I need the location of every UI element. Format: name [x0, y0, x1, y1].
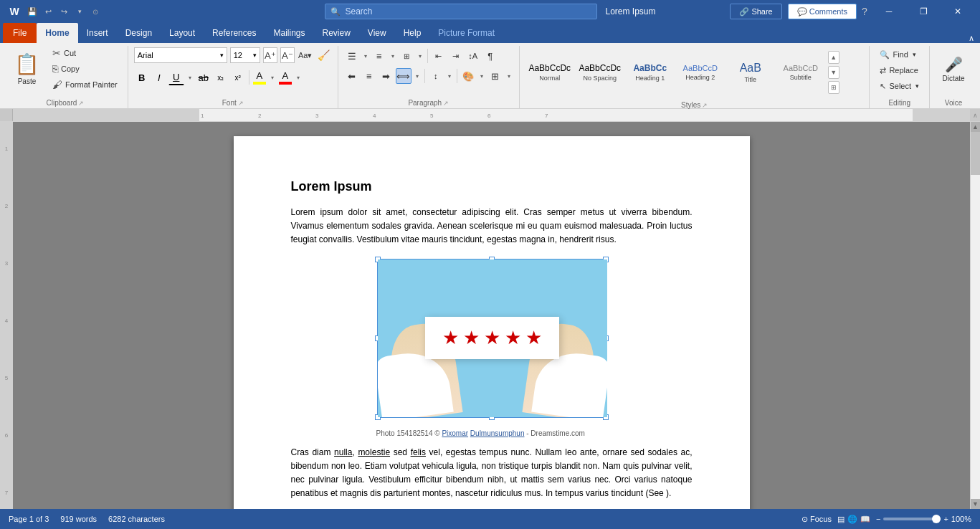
style-heading1[interactable]: AaBbCc Heading 1 — [626, 51, 675, 94]
read-mode-icon[interactable]: 📖 — [860, 515, 870, 524]
paste-button[interactable]: 📋 Paste — [9, 47, 45, 90]
underline-dropdown[interactable]: ▾ — [186, 69, 194, 86]
font-case-button[interactable]: Aa▾ — [298, 47, 313, 63]
restore-button[interactable]: ❐ — [907, 0, 940, 23]
font-expand-icon[interactable]: ↗ — [238, 100, 244, 107]
align-dropdown[interactable]: ▾ — [413, 67, 422, 85]
help-icon[interactable]: ? — [858, 5, 871, 18]
vertical-scrollbar[interactable]: ▲ ▼ — [970, 122, 980, 509]
ruler-collapse-button[interactable]: ∧ — [970, 109, 980, 121]
decrease-indent-button[interactable]: ⇤ — [431, 48, 447, 64]
decrease-font-button[interactable]: A⁻ — [280, 47, 295, 63]
dictate-button[interactable]: 🎤 Dictate — [936, 47, 971, 90]
zoom-slider[interactable] — [883, 518, 941, 520]
tab-help[interactable]: Help — [395, 23, 430, 43]
numbering-button[interactable]: ≡ — [371, 48, 387, 64]
tab-references[interactable]: References — [204, 23, 265, 43]
caption-link-1[interactable]: Pixomar — [442, 429, 468, 437]
undo-icon[interactable]: ↩ — [42, 5, 54, 18]
show-formatting-button[interactable]: ¶ — [482, 48, 498, 64]
customize-icon[interactable]: ▾ — [73, 5, 86, 18]
redo-icon[interactable]: ↪ — [57, 5, 70, 18]
scroll-thumb[interactable] — [971, 132, 980, 175]
multilevel-dropdown[interactable]: ▾ — [416, 47, 424, 65]
align-left-button[interactable]: ⬅ — [344, 68, 360, 84]
align-right-button[interactable]: ➡ — [379, 68, 394, 84]
document-area[interactable]: Lorem Ipsum Lorem ipsum dolor sit amet, … — [13, 122, 970, 509]
bullets-dropdown[interactable]: ▾ — [361, 47, 370, 65]
minimize-button[interactable]: ─ — [872, 0, 905, 23]
style-no-spacing[interactable]: AaBbCcDc No Spacing — [576, 51, 624, 94]
font-size-select[interactable]: 12 ▾ — [230, 47, 260, 63]
styles-expand[interactable]: ⊞ — [828, 81, 839, 94]
caption-link-2[interactable]: Dulmunsumphun — [470, 429, 525, 437]
font-color-dropdown[interactable]: ▾ — [294, 69, 303, 86]
print-layout-icon[interactable]: ▤ — [837, 515, 845, 524]
clipboard-expand-icon[interactable]: ↗ — [78, 100, 84, 107]
select-button[interactable]: ↖ Select ▾ — [875, 79, 923, 93]
tab-layout[interactable]: Layout — [161, 23, 204, 43]
find-button[interactable]: 🔍 Find ▾ — [875, 47, 920, 62]
focus-mode[interactable]: ⊙ Focus — [801, 515, 832, 524]
close-button[interactable]: ✕ — [941, 0, 974, 23]
search-bar[interactable]: 🔍 Search — [324, 4, 596, 19]
style-subtitle[interactable]: AaBbCcD Subtitle — [776, 51, 825, 94]
italic-button[interactable]: I — [151, 70, 167, 85]
font-color-button[interactable]: A — [278, 70, 292, 85]
line-spacing-button[interactable]: ↕ — [428, 68, 444, 84]
tab-picture-format[interactable]: Picture Format — [429, 23, 503, 43]
zoom-out-button[interactable]: − — [876, 515, 880, 523]
style-title[interactable]: AaB Title — [726, 51, 775, 94]
shading-dropdown[interactable]: ▾ — [477, 67, 486, 85]
borders-button[interactable]: ⊞ — [487, 68, 503, 84]
tab-home[interactable]: Home — [37, 23, 77, 43]
underline-button[interactable]: U — [168, 70, 184, 85]
numbering-dropdown[interactable]: ▾ — [389, 47, 397, 65]
styles-scroll-up[interactable]: ▲ — [828, 51, 839, 64]
style-normal[interactable]: AaBbCcDc Normal — [525, 51, 574, 94]
align-justify-button[interactable]: ⟺ — [396, 68, 411, 84]
tab-insert[interactable]: Insert — [78, 23, 117, 43]
copy-button[interactable]: ⎘ Copy — [48, 62, 122, 76]
tab-review[interactable]: Review — [313, 23, 358, 43]
tab-mailings[interactable]: Mailings — [265, 23, 313, 43]
strikethrough-button[interactable]: ab — [196, 70, 211, 85]
ribbon-collapse-btn[interactable]: ∧ — [963, 34, 980, 43]
font-family-select[interactable]: Arial ▾ — [134, 47, 227, 63]
style-heading2[interactable]: AaBbCcD Heading 2 — [676, 51, 725, 94]
scroll-up-arrow[interactable]: ▲ — [971, 122, 980, 132]
comments-button[interactable]: 💬 Comments — [788, 4, 857, 19]
bold-button[interactable]: B — [134, 70, 150, 85]
multilevel-button[interactable]: ⊞ — [399, 48, 414, 64]
styles-expand-icon[interactable]: ↗ — [702, 102, 708, 109]
increase-indent-button[interactable]: ⇥ — [448, 48, 464, 64]
image-wrapper[interactable]: ★ ★ ★ ★ ★ — [376, 259, 607, 437]
subscript-button[interactable]: x₂ — [213, 70, 229, 85]
tab-file[interactable]: File — [3, 23, 37, 43]
align-center-button[interactable]: ≡ — [361, 68, 377, 84]
scroll-down-arrow[interactable]: ▼ — [971, 499, 980, 509]
zoom-thumb[interactable] — [932, 515, 941, 523]
highlight-dropdown[interactable]: ▾ — [268, 69, 277, 86]
format-painter-button[interactable]: 🖌 Format Painter — [48, 77, 122, 92]
paragraph-expand-icon[interactable]: ↗ — [443, 100, 449, 107]
sort-button[interactable]: ↕A — [465, 48, 481, 64]
bullets-button[interactable]: ☰ — [344, 48, 360, 64]
clear-format-button[interactable]: 🧹 — [316, 47, 332, 63]
text-highlight-button[interactable]: A — [252, 70, 267, 85]
increase-font-button[interactable]: A⁺ — [263, 47, 277, 63]
paragraph-2: Cras diam nulla, molestie sed felis vel,… — [291, 446, 693, 501]
tab-view[interactable]: View — [359, 23, 395, 43]
borders-dropdown[interactable]: ▾ — [505, 67, 513, 85]
replace-button[interactable]: ⇄ Replace — [875, 63, 922, 77]
share-button[interactable]: 🔗 Share — [730, 4, 781, 19]
superscript-button[interactable]: x² — [230, 70, 246, 85]
web-layout-icon[interactable]: 🌐 — [847, 515, 857, 524]
cut-button[interactable]: ✂ Cut — [48, 46, 122, 60]
tab-design[interactable]: Design — [117, 23, 161, 43]
save-icon[interactable]: 💾 — [26, 5, 39, 18]
shading-button[interactable]: 🎨 — [460, 68, 476, 84]
zoom-in-button[interactable]: + — [943, 515, 948, 523]
line-spacing-dropdown[interactable]: ▾ — [445, 67, 454, 85]
styles-scroll-down[interactable]: ▼ — [828, 66, 839, 79]
